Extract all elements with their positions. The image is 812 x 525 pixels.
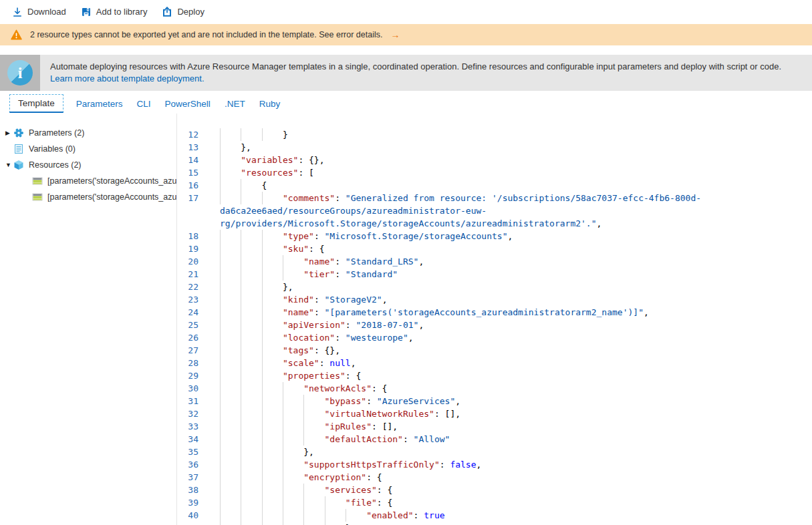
indent-guides xyxy=(220,433,325,446)
code-line: 41} xyxy=(177,522,812,525)
indent-guides xyxy=(220,281,283,293)
tree-item-parameters-storageaccounts-azu[interactable]: [parameters('storageAccounts_azu... xyxy=(0,189,176,205)
code-line: 30"networkAcls": { xyxy=(177,382,812,395)
indent-guides xyxy=(220,407,325,420)
deploy-button[interactable]: Deploy xyxy=(162,7,204,17)
indent-guides xyxy=(220,154,241,166)
code-line-content: "bypass": "AzureServices", xyxy=(207,395,812,407)
code-line-content: "tags": {}, xyxy=(207,344,812,357)
indent-guides xyxy=(220,255,303,268)
code-line: 32"virtualNetworkRules": [], xyxy=(177,407,812,420)
tree-item-resources-2[interactable]: ▼Resources (2) xyxy=(0,157,176,173)
line-number: 19 xyxy=(177,242,207,255)
info-text: Automate deploying resources with Azure … xyxy=(40,55,812,91)
indent-guides xyxy=(220,357,283,369)
indent-guides xyxy=(220,522,346,525)
template-tree-panel: ▶Parameters (2)Variables (0)▼Resources (… xyxy=(0,114,176,525)
download-button[interactable]: Download xyxy=(12,7,66,17)
indent-guides xyxy=(220,293,283,306)
line-number: 40 xyxy=(177,509,207,522)
indent-guides xyxy=(220,128,283,141)
toolbar: DownloadAdd to libraryDeploy xyxy=(0,0,812,23)
toolbar-button-label: Deploy xyxy=(177,7,204,17)
tree-item-label: [parameters('storageAccounts_azu... xyxy=(47,192,176,202)
warning-text: 2 resource types cannot be exported yet … xyxy=(30,30,382,39)
warning-triangle-icon xyxy=(11,29,22,40)
code-line-content: "comments": "Generalized from resource: … xyxy=(207,192,812,230)
line-number: 18 xyxy=(177,230,207,242)
code-line-content: "properties": { xyxy=(207,369,812,382)
code-line-content: { xyxy=(207,179,812,192)
code-line: 38"services": { xyxy=(177,484,812,496)
tab-parameters[interactable]: Parameters xyxy=(75,96,124,112)
code-line: 24"name": "[parameters('storageAccounts_… xyxy=(177,306,812,319)
code-line: 21"tier": "Standard" xyxy=(177,268,812,281)
line-number: 14 xyxy=(177,154,207,166)
chevron-expanded-icon[interactable]: ▼ xyxy=(0,162,13,168)
code-line-content: "virtualNetworkRules": [], xyxy=(207,407,812,420)
code-line-content: "services": { xyxy=(207,484,812,496)
code-line: 16{ xyxy=(177,179,812,192)
indent-guides xyxy=(220,471,303,484)
info-banner: i Automate deploying resources with Azur… xyxy=(0,55,812,91)
tab-bar: TemplateParametersCLIPowerShell.NETRuby xyxy=(0,94,812,114)
code-line: 27"tags": {}, xyxy=(177,344,812,357)
indent-guides xyxy=(220,446,303,458)
line-number: 29 xyxy=(177,369,207,382)
code-line-content: "encryption": { xyxy=(207,471,812,484)
indent-guides xyxy=(220,166,241,179)
indent-guides xyxy=(220,496,346,509)
tab-template[interactable]: Template xyxy=(9,94,63,113)
add-to-library-button[interactable]: Add to library xyxy=(81,7,148,17)
code-line-content: "type": "Microsoft.Storage/storageAccoun… xyxy=(207,230,812,242)
code-line-content: "sku": { xyxy=(207,242,812,255)
indent-guides xyxy=(220,242,283,255)
save-icon xyxy=(81,7,92,17)
code-line: 22}, xyxy=(177,281,812,293)
deploy-icon xyxy=(162,7,172,17)
line-number: 36 xyxy=(177,458,207,471)
code-line: 36"supportsHttpsTrafficOnly": false, xyxy=(177,458,812,471)
variables-icon xyxy=(13,144,24,154)
tab-ruby[interactable]: Ruby xyxy=(258,96,282,112)
tab-cli[interactable]: CLI xyxy=(136,96,152,112)
code-line: 13}, xyxy=(177,141,812,154)
line-number: 16 xyxy=(177,179,207,192)
indent-guides xyxy=(220,306,283,319)
line-number: 28 xyxy=(177,357,207,369)
resources-icon xyxy=(13,160,24,170)
line-number: 33 xyxy=(177,420,207,433)
line-number: 27 xyxy=(177,344,207,357)
code-line: 29"properties": { xyxy=(177,369,812,382)
warning-banner: 2 resource types cannot be exported yet … xyxy=(0,24,812,45)
tree-item-parameters-2[interactable]: ▶Parameters (2) xyxy=(0,125,176,141)
indent-guides xyxy=(220,420,325,433)
line-number: 35 xyxy=(177,446,207,458)
indent-guides xyxy=(220,141,241,154)
indent-guides xyxy=(220,382,303,395)
tree-item-parameters-storageaccounts-azu[interactable]: [parameters('storageAccounts_azu... xyxy=(0,173,176,189)
tab-powershell[interactable]: PowerShell xyxy=(164,96,212,112)
toolbar-button-label: Add to library xyxy=(96,7,148,17)
line-number: 37 xyxy=(177,471,207,484)
code-line-content: }, xyxy=(207,446,812,458)
code-line: 37"encryption": { xyxy=(177,471,812,484)
line-number: 32 xyxy=(177,407,207,420)
code-line-content: "scale": null, xyxy=(207,357,812,369)
tree-item-variables-0[interactable]: Variables (0) xyxy=(0,141,176,157)
tab-net[interactable]: .NET xyxy=(223,96,247,112)
code-line: 39"file": { xyxy=(177,496,812,509)
error-details-arrow-icon[interactable]: → xyxy=(390,29,400,40)
learn-more-link[interactable]: Learn more about template deployment. xyxy=(50,73,205,83)
code-line-content: "name": "[parameters('storageAccounts_az… xyxy=(207,306,812,319)
code-line: 15"resources": [ xyxy=(177,166,812,179)
code-line-content: "name": "Standard_LRS", xyxy=(207,255,812,268)
code-line-content: "tier": "Standard" xyxy=(207,268,812,281)
parameters-icon xyxy=(13,128,24,138)
code-line: 28"scale": null, xyxy=(177,357,812,369)
template-code-editor[interactable]: 12}13},14"variables": {},15"resources": … xyxy=(176,114,812,525)
code-line-content: "networkAcls": { xyxy=(207,382,812,395)
indent-guides xyxy=(220,319,283,331)
chevron-collapsed-icon[interactable]: ▶ xyxy=(0,130,13,136)
code-line: 40"enabled": true xyxy=(177,509,812,522)
